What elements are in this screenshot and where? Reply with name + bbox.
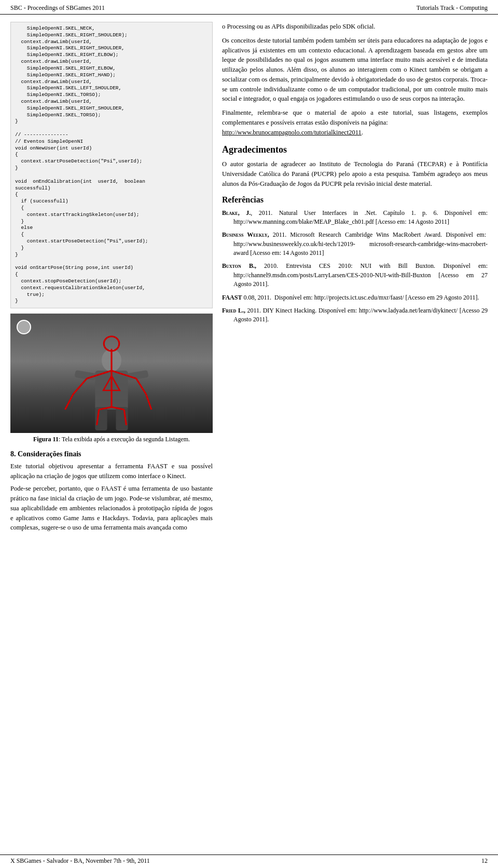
section-8-para-2: Pode-se perceber, portanto, que o FAAST … (10, 484, 213, 533)
figure-11-container: Figura 11: Tela exibida após a execução … (10, 314, 213, 444)
agradecimentos-heading: Agradecimentos (222, 144, 488, 155)
svg-point-18 (104, 336, 119, 351)
ref-buxton: Buxton B., 2010. Entrevista CES 2010: NU… (222, 262, 488, 289)
header-right: Tutorials Track - Computing (417, 4, 488, 12)
ref-business-author: Business Weekly, (222, 231, 269, 238)
code-block: SimpleOpenNI.SKEL_NECK, SimpleOpenNI.SKE… (10, 22, 213, 308)
header-left: SBC - Proceedings of SBGames 2011 (10, 4, 105, 12)
referencias-heading: Referências (222, 195, 488, 205)
ref-faast-author: FAAST (222, 294, 242, 301)
ref-faast: FAAST 0.08, 2011. Disponível em: http://… (222, 293, 488, 302)
kinect-depth-scene (10, 314, 213, 433)
agradecimentos-text: O autor gostaria de agradecer ao Institu… (222, 159, 488, 188)
skeleton-overlay (10, 314, 213, 433)
right-para-1: Os conceitos deste tutorial também podem… (222, 36, 488, 104)
section-8-para-1: Este tutorial objetivou apresentar a fer… (10, 462, 213, 481)
footer-left: X SBGames - Salvador - BA, November 7th … (10, 857, 150, 865)
svg-line-12 (146, 394, 151, 410)
ref-fried-author: Fried L., (222, 307, 245, 314)
section-8-heading: 8. Considerações finais (10, 450, 213, 458)
page-footer: X SBGames - Salvador - BA, November 7th … (0, 855, 498, 868)
svg-rect-5 (127, 370, 149, 381)
figure-11-image (10, 314, 213, 433)
ref-blake: Blake, J., 2011. Natural User Interfaces… (222, 209, 488, 227)
svg-rect-4 (74, 370, 96, 381)
figure-11-caption: Figura 11: Tela exibida após a execução … (10, 435, 213, 444)
ref-blake-author: Blake, J. (222, 209, 251, 216)
ref-business: Business Weekly, 2011. Microsoft Researc… (222, 230, 488, 257)
page-header: SBC - Proceedings of SBGames 2011 Tutori… (0, 0, 498, 15)
main-content: SimpleOpenNI.SKEL_NECK, SimpleOpenNI.SKE… (0, 15, 498, 543)
right-column: o Processing ou as APIs disponibilizadas… (222, 22, 488, 536)
figure-11-caption-text: : Tela exibida após a execução da segund… (59, 436, 190, 443)
svg-line-10 (65, 394, 73, 410)
footer-page: 12 (481, 857, 488, 865)
ref-fried: Fried L., 2011. DIY Kinect Hacking. Disp… (222, 306, 488, 324)
references-list: Blake, J., 2011. Natural User Interfaces… (222, 209, 488, 324)
left-column: SimpleOpenNI.SKEL_NECK, SimpleOpenNI.SKE… (10, 22, 213, 536)
svg-line-9 (73, 378, 87, 394)
ref-buxton-author: Buxton B., (222, 262, 256, 269)
right-para-2: Finalmente, relembra-se que o material d… (222, 108, 488, 137)
figure-11-label: Figura 11 (33, 436, 59, 443)
tutorial-link[interactable]: http://www.brunocampagnolo.com/tutorialk… (222, 129, 362, 136)
svg-line-11 (136, 378, 146, 394)
right-intro: o Processing ou as APIs disponibilizadas… (222, 22, 488, 32)
